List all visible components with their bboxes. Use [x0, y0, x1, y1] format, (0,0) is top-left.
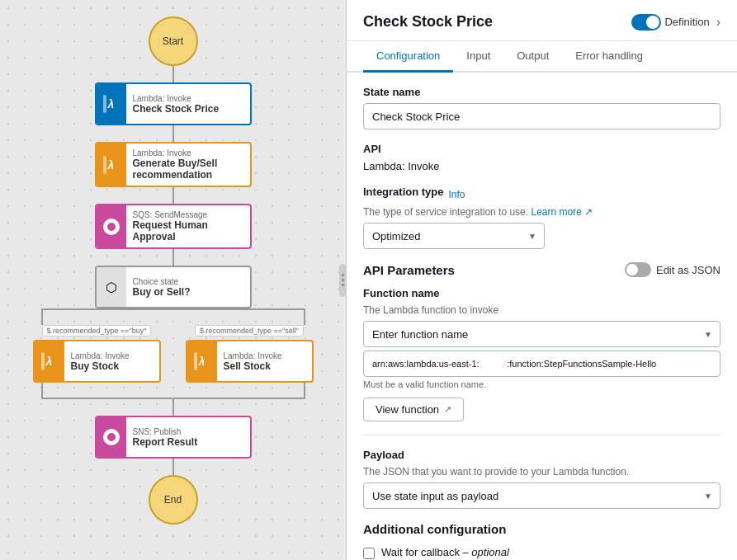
- detail-panel: Check Stock Price Definition › Configura…: [347, 0, 737, 560]
- learn-more-link[interactable]: Learn more ↗: [531, 206, 593, 218]
- node-type: SQS: SendMessage: [133, 210, 243, 219]
- function-name-select-wrapper: Enter function name ▼: [363, 321, 720, 347]
- edit-json-toggle-track[interactable]: [625, 262, 651, 277]
- toggle-track[interactable]: [631, 14, 661, 31]
- payload-sublabel: The JSON that you want to provide to you…: [363, 466, 720, 478]
- sell-branch: $.recommended_type =="sell" λ Lambda: In…: [186, 325, 314, 383]
- node-name: Check Stock Price: [133, 103, 220, 115]
- api-params-title: API Parameters: [363, 263, 455, 277]
- tab-output[interactable]: Output: [503, 41, 562, 73]
- node-type: Lambda: Invoke: [133, 94, 220, 103]
- end-node[interactable]: End: [149, 475, 198, 525]
- node-name: Generate Buy/Sell recommendation: [133, 158, 243, 181]
- workflow-diagram: Start λ Lambda: Invoke Check Stock Price…: [0, 0, 347, 560]
- sqs-icon: [103, 219, 120, 235]
- payload-select[interactable]: Use state input as payload Provide my ow…: [363, 482, 720, 509]
- resize-dot: [342, 279, 344, 281]
- payload-select-wrapper: Use state input as payload Provide my ow…: [363, 482, 720, 509]
- check-stock-node[interactable]: λ Lambda: Invoke Check Stock Price: [95, 82, 252, 125]
- wait-for-callback-checkbox[interactable]: [363, 548, 375, 559]
- function-name-sublabel: The Lambda function to invoke: [363, 304, 720, 316]
- lambda-icon-bar: λ: [187, 341, 217, 381]
- definition-toggle[interactable]: Definition: [631, 14, 709, 31]
- lambda-icon: λ: [108, 97, 115, 111]
- connector: [172, 125, 174, 142]
- start-node[interactable]: Start: [149, 16, 198, 66]
- node-name: Sell Stock: [224, 360, 282, 372]
- tab-input[interactable]: Input: [453, 41, 503, 73]
- wait-for-callback-row: Wait for callback – optional Pause the e…: [363, 546, 720, 560]
- choice-icon: ⬡: [106, 280, 117, 295]
- choice-node[interactable]: ⬡ Choice state Buy or Sell?: [95, 266, 252, 308]
- icon-stripe: [103, 95, 106, 113]
- state-name-group: State name: [363, 86, 720, 129]
- sell-stock-node[interactable]: λ Lambda: Invoke Sell Stock: [186, 340, 314, 383]
- api-label: API: [363, 143, 720, 155]
- node-type: SNS: Publish: [133, 427, 198, 436]
- additional-config-title: Additional configuration: [363, 522, 720, 536]
- api-group: API Lambda: Invoke: [363, 143, 720, 172]
- lambda-icon: λ: [46, 355, 53, 368]
- lambda-icon: λ: [199, 355, 206, 368]
- node-name: Request Human Approval: [133, 219, 243, 242]
- choice-icon-bar: ⬡: [97, 267, 126, 307]
- lambda-icon: λ: [108, 158, 115, 172]
- connector: [172, 187, 174, 204]
- arn-input[interactable]: [363, 351, 720, 377]
- toggle-thumb: [646, 16, 659, 29]
- icon-stripe: [41, 352, 45, 370]
- resize-dot: [342, 284, 344, 286]
- edit-json-toggle-thumb: [626, 264, 638, 275]
- lambda-icon-bar: λ: [97, 144, 126, 186]
- state-name-label: State name: [363, 86, 720, 98]
- api-value: Lambda: Invoke: [363, 160, 720, 172]
- wait-for-callback-label: Wait for callback – optional: [381, 546, 720, 558]
- node-type: Lambda: Invoke: [71, 351, 130, 360]
- function-name-select[interactable]: Enter function name: [363, 321, 720, 347]
- generate-rec-node[interactable]: λ Lambda: Invoke Generate Buy/Sell recom…: [95, 142, 252, 187]
- divider: [363, 435, 720, 435]
- node-type: Lambda: Invoke: [224, 351, 282, 360]
- branch-container: $.recommended_type =="buy" λ Lambda: Inv…: [33, 325, 314, 383]
- header-actions: Definition ›: [631, 14, 720, 31]
- panel-content: State name API Lambda: Invoke Integratio…: [347, 73, 737, 560]
- lambda-icon-bar: λ: [97, 84, 126, 124]
- node-type: Lambda: Invoke: [133, 148, 243, 158]
- payload-label: Payload: [363, 449, 720, 461]
- integration-type-label: Integration type: [363, 186, 444, 198]
- sqs-icon-bar: [97, 205, 126, 247]
- panel-header: Check Stock Price Definition ›: [347, 0, 737, 41]
- connector: [172, 399, 174, 416]
- connector: [172, 459, 174, 475]
- toggle-label: Definition: [664, 16, 709, 28]
- report-result-node[interactable]: SNS: Publish Report Result: [95, 416, 252, 459]
- connector: [172, 66, 174, 82]
- node-name: Buy or Sell?: [133, 286, 191, 298]
- buy-branch: $.recommended_type =="buy" λ Lambda: Inv…: [33, 325, 161, 383]
- integration-description: The type of service integration to use. …: [363, 206, 720, 218]
- tab-configuration[interactable]: Configuration: [363, 41, 453, 73]
- lambda-icon-bar: λ: [35, 341, 64, 381]
- icon-stripe: [194, 352, 197, 370]
- buy-stock-node[interactable]: λ Lambda: Invoke Buy Stock: [33, 340, 161, 383]
- integration-type-select[interactable]: Optimized Request Response Synchronous: [363, 223, 545, 249]
- view-function-button[interactable]: View function ↗: [363, 398, 464, 421]
- integration-label-row: Integration type Info: [363, 186, 720, 203]
- request-approval-node[interactable]: SQS: SendMessage Request Human Approval: [95, 204, 252, 249]
- integration-info-link[interactable]: Info: [449, 189, 465, 200]
- tabs-bar: Configuration Input Output Error handlin…: [347, 41, 737, 73]
- external-link-icon: ↗: [444, 404, 451, 415]
- icon-stripe: [103, 156, 106, 174]
- resize-handle[interactable]: [339, 264, 346, 297]
- integration-type-group: Integration type Info The type of servic…: [363, 186, 720, 249]
- api-params-header: API Parameters Edit as JSON: [363, 262, 720, 277]
- validation-message: Must be a valid function name.: [363, 379, 720, 389]
- resize-dot: [342, 274, 344, 276]
- chevron-right-icon[interactable]: ›: [716, 15, 720, 30]
- state-name-input[interactable]: [363, 103, 720, 129]
- node-type: Choice state: [133, 277, 191, 286]
- edit-json-toggle[interactable]: Edit as JSON: [625, 262, 720, 277]
- tab-error-handling[interactable]: Error handling: [562, 41, 656, 73]
- node-name: Report Result: [133, 436, 198, 448]
- sell-condition: $.recommended_type =="sell": [195, 325, 304, 336]
